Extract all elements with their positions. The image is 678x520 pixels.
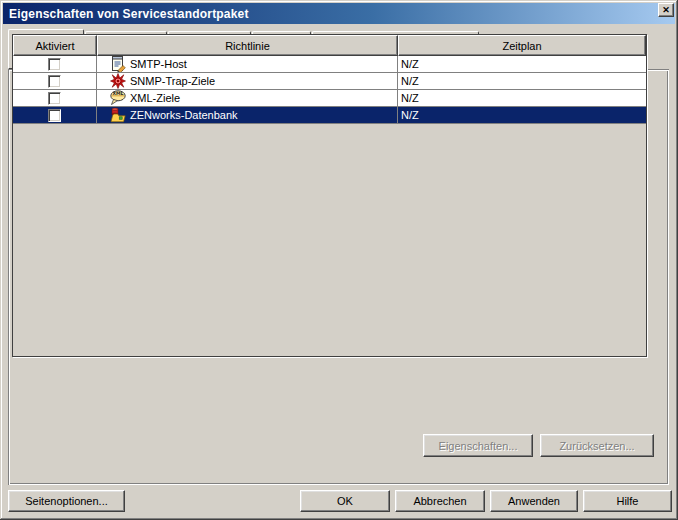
aktiviert-checkbox[interactable] <box>48 109 61 122</box>
seitenoptionen-button[interactable]: Seitenoptionen... <box>8 490 125 512</box>
schedule-value: N/Z <box>401 58 419 70</box>
policy-table: Aktiviert Richtlinie Zeitplan <box>12 34 647 357</box>
table-header: Aktiviert Richtlinie Zeitplan <box>13 35 646 56</box>
eigenschaften-button[interactable]: Eigenschaften... <box>423 434 533 457</box>
abbrechen-button[interactable]: Abbrechen <box>395 490 485 512</box>
aktiviert-checkbox[interactable] <box>48 92 61 105</box>
schedule-value: N/Z <box>401 75 419 87</box>
table-row[interactable]: SMTP-Host N/Z <box>13 56 646 73</box>
column-header-richtlinie[interactable]: Richtlinie <box>97 35 398 56</box>
policy-name: SMTP-Host <box>130 58 187 70</box>
schedule-value: N/Z <box>401 109 419 121</box>
anwenden-button[interactable]: Anwenden <box>490 490 578 512</box>
xml-targets-icon: XML <box>110 90 126 106</box>
zenworks-database-icon <box>110 107 126 123</box>
table-empty-area <box>13 124 646 356</box>
zuruecksetzen-button[interactable]: Zurücksetzen... <box>540 434 654 457</box>
policy-name: SNMP-Trap-Ziele <box>130 75 215 87</box>
titlebar[interactable]: Eigenschaften von Servicestandortpaket <box>3 3 675 24</box>
properties-dialog: Eigenschaften von Servicestandortpaket ✕… <box>0 0 678 520</box>
column-header-aktiviert[interactable]: Aktiviert <box>13 35 97 56</box>
aktiviert-checkbox[interactable] <box>48 58 61 71</box>
table-row[interactable]: SNMP-Trap-Ziele N/Z <box>13 73 646 90</box>
policy-name: ZENworks-Datenbank <box>130 109 238 121</box>
policy-name: XML-Ziele <box>130 92 180 104</box>
window-title: Eigenschaften von Servicestandortpaket <box>9 7 249 21</box>
hilfe-button[interactable]: Hilfe <box>583 490 672 512</box>
close-icon: ✕ <box>662 6 670 15</box>
aktiviert-checkbox[interactable] <box>48 75 61 88</box>
snmp-trap-targets-icon <box>110 73 126 89</box>
close-button[interactable]: ✕ <box>658 3 674 17</box>
table-row[interactable]: XML XML-Ziele N/Z <box>13 90 646 107</box>
schedule-value: N/Z <box>401 92 419 104</box>
column-header-zeitplan[interactable]: Zeitplan <box>398 35 646 56</box>
svg-text:XML: XML <box>112 91 123 96</box>
smtp-host-icon <box>110 56 126 72</box>
table-row[interactable]: ZENworks-Datenbank N/Z <box>13 107 646 124</box>
ok-button[interactable]: OK <box>300 490 390 512</box>
